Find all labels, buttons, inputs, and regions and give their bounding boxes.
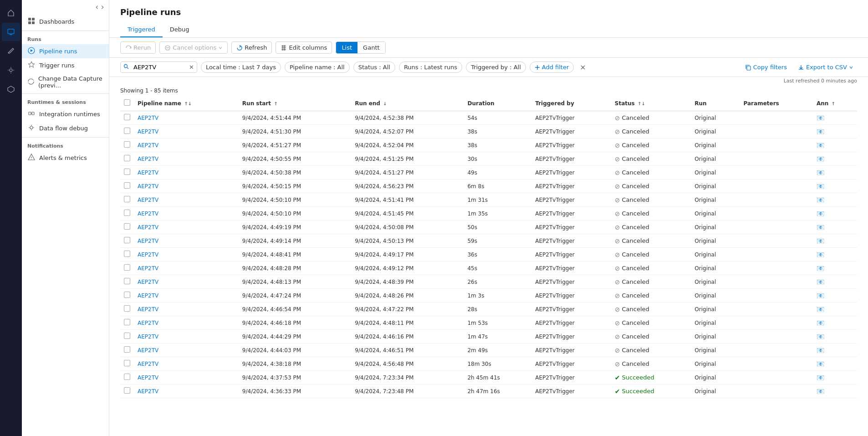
row-checkbox[interactable] [124,374,130,380]
nav-item-pipeline-runs[interactable]: Pipeline runs [22,44,109,58]
pipeline-name-filter-tag[interactable]: Pipeline name : All [285,62,350,73]
row-checkbox[interactable] [124,114,130,120]
col-pipeline-name[interactable]: Pipeline name ↑↓ [134,96,239,111]
row-checkbox[interactable] [124,128,130,134]
select-all-checkbox[interactable] [124,99,130,106]
gantt-view-button[interactable]: Gantt [357,42,385,53]
row-pipeline-name[interactable]: AEP2TV [134,344,239,357]
nav-item-change-data[interactable]: Change Data Capture (previ... [22,72,109,92]
copy-filters-button[interactable]: Copy filters [741,62,791,72]
search-clear-btn[interactable]: ✕ [186,62,197,72]
row-pipeline-name[interactable]: AEP2TV [134,138,239,152]
nav-item-integration-runtimes[interactable]: Integration runtimes [22,107,109,121]
row-pipeline-name[interactable]: AEP2TV [134,125,239,138]
ann-icon[interactable]: 📧 [817,237,824,245]
row-checkbox[interactable] [124,155,130,161]
ann-icon[interactable]: 📧 [817,210,824,217]
search-input[interactable] [132,62,186,72]
triggered-by-filter-tag[interactable]: Triggered by : All [466,62,526,73]
row-pipeline-name[interactable]: AEP2TV [134,385,239,398]
ann-icon[interactable]: 📧 [817,183,824,190]
ann-icon[interactable]: 📧 [817,388,824,395]
row-pipeline-name[interactable]: AEP2TV [134,234,239,248]
nav-box[interactable] [2,80,20,98]
ann-icon[interactable]: 📧 [817,142,824,149]
row-checkbox[interactable] [124,333,130,339]
row-checkbox[interactable] [124,292,130,298]
ann-icon[interactable]: 📧 [817,224,824,231]
nav-item-dashboards[interactable]: Dashboards [22,15,109,29]
row-checkbox[interactable] [124,223,130,230]
row-checkbox[interactable] [124,169,130,175]
status-filter-tag[interactable]: Status : All [353,62,395,73]
row-checkbox[interactable] [124,141,130,148]
row-pipeline-name[interactable]: AEP2TV [134,221,239,234]
row-checkbox[interactable] [124,264,130,271]
row-checkbox[interactable] [124,319,130,325]
ann-icon[interactable]: 📧 [817,347,824,354]
ann-icon[interactable]: 📧 [817,306,824,313]
row-checkbox[interactable] [124,360,130,366]
row-checkbox[interactable] [124,346,130,353]
export-csv-button[interactable]: Export to CSV [794,62,857,72]
ann-icon[interactable]: 📧 [817,265,824,272]
row-pipeline-name[interactable]: AEP2TV [134,262,239,275]
ann-icon[interactable]: 📧 [817,292,824,299]
tab-debug[interactable]: Debug [163,22,197,37]
nav-monitor[interactable] [2,23,20,41]
nav-home[interactable] [2,4,20,22]
row-pipeline-name[interactable]: AEP2TV [134,330,239,344]
nav-item-data-flow-debug[interactable]: Data flow debug [22,121,109,135]
row-checkbox[interactable] [124,251,130,257]
row-checkbox[interactable] [124,278,130,284]
row-checkbox[interactable] [124,237,130,243]
row-pipeline-name[interactable]: AEP2TV [134,303,239,316]
refresh-button[interactable]: Refresh [231,41,272,54]
col-run-end[interactable]: Run end ↓ [351,96,464,111]
row-pipeline-name[interactable]: AEP2TV [134,316,239,330]
add-filter-button[interactable]: Add filter [530,62,574,73]
clear-filters-button[interactable] [577,62,588,73]
row-pipeline-name[interactable]: AEP2TV [134,275,239,289]
row-checkbox[interactable] [124,182,130,189]
col-run-start[interactable]: Run start ↑ [239,96,351,111]
ann-icon[interactable]: 📧 [817,169,824,176]
row-pipeline-name[interactable]: AEP2TV [134,357,239,371]
nav-pencil[interactable] [2,42,20,60]
row-pipeline-name[interactable]: AEP2TV [134,371,239,385]
time-filter-tag[interactable]: Local time : Last 7 days [201,62,281,73]
col-ann[interactable]: Ann ↑ [813,96,857,111]
row-pipeline-name[interactable]: AEP2TV [134,166,239,180]
row-pipeline-name[interactable]: AEP2TV [134,248,239,262]
row-checkbox[interactable] [124,305,130,312]
nav-manage[interactable] [2,61,20,79]
ann-icon[interactable]: 📧 [817,128,824,135]
tab-triggered[interactable]: Triggered [120,22,163,37]
col-status[interactable]: Status ↑↓ [611,96,691,111]
rerun-button[interactable]: Rerun [120,41,156,54]
row-checkbox[interactable] [124,196,130,202]
row-pipeline-name[interactable]: AEP2TV [134,193,239,207]
row-pipeline-name[interactable]: AEP2TV [134,152,239,166]
ann-icon[interactable]: 📧 [817,360,824,368]
nav-item-trigger-runs[interactable]: Trigger runs [22,58,109,72]
ann-icon[interactable]: 📧 [817,333,824,340]
edit-columns-button[interactable]: Edit columns [276,41,332,54]
ann-icon[interactable]: 📧 [817,251,824,258]
ann-icon[interactable]: 📧 [817,155,824,163]
ann-icon[interactable]: 📧 [817,278,824,286]
runs-filter-tag[interactable]: Runs : Latest runs [399,62,462,73]
collapse-sidebar-btn[interactable] [94,2,105,13]
ann-icon[interactable]: 📧 [817,374,824,381]
row-pipeline-name[interactable]: AEP2TV [134,289,239,303]
ann-icon[interactable]: 📧 [817,114,824,122]
ann-icon[interactable]: 📧 [817,319,824,327]
row-pipeline-name[interactable]: AEP2TV [134,111,239,125]
list-view-button[interactable]: List [336,42,357,53]
nav-item-alerts-metrics[interactable]: Alerts & metrics [22,151,109,165]
row-checkbox[interactable] [124,387,130,394]
ann-icon[interactable]: 📧 [817,196,824,204]
row-checkbox[interactable] [124,210,130,216]
row-pipeline-name[interactable]: AEP2TV [134,180,239,193]
cancel-options-button[interactable]: Cancel options [159,41,228,54]
